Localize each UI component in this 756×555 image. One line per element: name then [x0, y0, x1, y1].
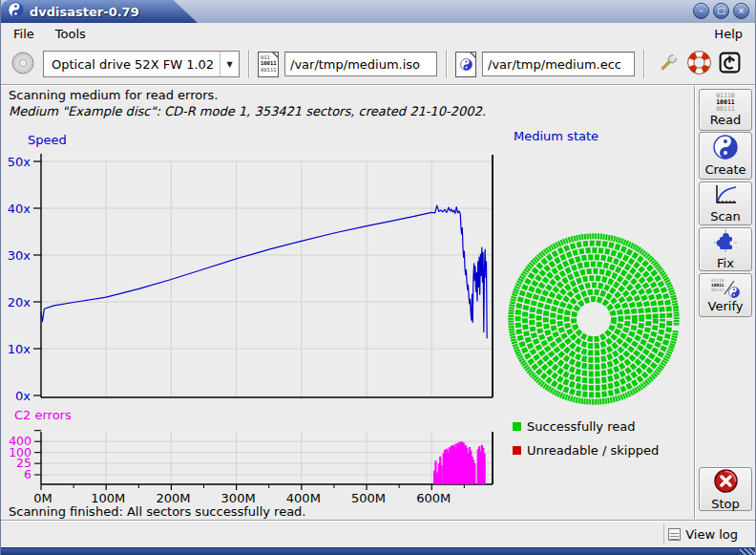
drive-info-button[interactable]	[9, 50, 37, 78]
ecc-file-icon	[455, 52, 476, 77]
disc-sector-map	[507, 232, 681, 406]
action-panel: 01110 10011 00111 Read Create Scan Fix 0…	[694, 86, 755, 519]
drive-selector[interactable]: Optical drive 52X FW 1.02 ▼	[43, 51, 240, 77]
resize-grip[interactable]	[740, 548, 755, 555]
menu-tools[interactable]: Tools	[53, 26, 88, 42]
maximize-button[interactable]: □	[713, 3, 729, 19]
speed-and-c2-charts: SpeedC2 errors0x10x20x30x40x50x625100400…	[1, 129, 507, 515]
legend-green-swatch	[513, 422, 521, 431]
svg-text:400M: 400M	[286, 491, 321, 505]
drive-selector-value: Optical drive 52X FW 1.02	[44, 57, 220, 72]
scan-button-label: Scan	[710, 209, 741, 224]
read-button[interactable]: 01110 10011 00111 Read	[699, 89, 752, 131]
lifebuoy-icon	[687, 51, 711, 77]
svg-text:20x: 20x	[8, 295, 32, 310]
create-button[interactable]: Create	[699, 132, 752, 180]
fix-button[interactable]: Fix	[699, 227, 752, 271]
iso-icon-line: 10011	[261, 60, 277, 67]
legend-item-unreadable: Unreadable / skipped	[513, 441, 659, 459]
app-window: dvdisaster-0.79 – □ × File Tools Help Op…	[0, 0, 756, 555]
view-log-label: View log	[685, 527, 738, 542]
fix-button-label: Fix	[717, 256, 734, 270]
read-button-label: Read	[710, 113, 742, 127]
help-button[interactable]	[685, 51, 712, 77]
svg-text:500M: 500M	[351, 491, 386, 505]
iso-path-input[interactable]: /var/tmp/medium.iso	[284, 52, 437, 76]
scan-result-text: Scanning finished: All sectors successfu…	[9, 504, 306, 519]
menu-file[interactable]: File	[11, 26, 36, 42]
window-title: dvdisaster-0.79	[30, 5, 139, 19]
svg-text:30x: 30x	[8, 248, 32, 263]
status-line-1: Scanning medium for read errors.	[9, 88, 218, 102]
verify-compare-icon: 01110 10011 00111	[711, 278, 740, 299]
medium-state-title: Medium state	[514, 129, 598, 143]
puzzle-piece-icon	[713, 228, 738, 256]
power-icon	[718, 51, 742, 77]
svg-text:300M: 300M	[221, 491, 256, 505]
svg-text:10x: 10x	[8, 342, 32, 356]
titlebar-tab-tail	[165, 0, 198, 23]
medium-state-panel: Medium state Successfully read Unreadabl…	[507, 129, 694, 519]
quit-button[interactable]	[716, 51, 743, 77]
menu-help[interactable]: Help	[712, 26, 745, 42]
iso-icon-line: 00111	[261, 67, 277, 74]
menubar: File Tools Help	[2, 23, 754, 44]
window-bottom-edge	[1, 547, 755, 555]
titlebar[interactable]: dvdisaster-0.79 – □ ×	[1, 0, 755, 23]
stop-button[interactable]: Stop	[699, 467, 752, 511]
verify-button-label: Verify	[708, 299, 744, 313]
ecc-path-input[interactable]: /var/tmp/medium.ecc	[482, 52, 635, 76]
app-logo-yinyang-icon	[8, 2, 24, 21]
toolbar-separator	[446, 50, 447, 78]
scan-button[interactable]: Scan	[699, 181, 752, 225]
cd-disc-icon	[10, 51, 35, 78]
legend-label: Unreadable / skipped	[527, 443, 659, 458]
chevron-down-icon[interactable]: ▼	[220, 52, 239, 76]
svg-text:600M: 600M	[416, 491, 451, 505]
verify-button[interactable]: 01110 10011 00111 Verify	[699, 273, 752, 317]
iso-file-icon: 011 10011 00111	[258, 52, 279, 77]
legend-label: Successfully read	[527, 419, 635, 434]
mini-chart-icon	[713, 183, 738, 209]
c2-chart-title: C2 errors	[14, 408, 72, 422]
minimize-button[interactable]: –	[693, 3, 709, 19]
status-line-2: Medium "Example disc": CD-R mode 1, 3534…	[9, 104, 486, 118]
toolbar: Optical drive 52X FW 1.02 ▼ 011 10011 00…	[1, 44, 755, 85]
create-button-label: Create	[704, 162, 746, 177]
stop-button-label: Stop	[711, 497, 740, 511]
legend: Successfully read Unreadable / skipped	[513, 417, 659, 465]
legend-red-swatch	[513, 446, 521, 455]
footer-bar: View log	[1, 520, 755, 547]
legend-item-success: Successfully read	[513, 417, 659, 435]
preferences-button[interactable]	[655, 51, 682, 77]
speed-chart-title: Speed	[28, 133, 67, 147]
log-list-icon	[668, 528, 681, 541]
view-log-button[interactable]: View log	[663, 523, 742, 544]
close-button[interactable]: ×	[733, 3, 749, 19]
toolbar-separator	[248, 50, 249, 78]
yin-yang-icon	[713, 135, 738, 162]
toolbar-separator	[643, 50, 644, 78]
svg-text:0x: 0x	[15, 389, 31, 403]
svg-text:0M: 0M	[33, 491, 52, 505]
main-content: SpeedC2 errors0x10x20x30x40x50x625100400…	[1, 129, 694, 519]
svg-text:40x: 40x	[8, 202, 32, 216]
svg-text:400: 400	[9, 434, 32, 448]
yin-yang-icon	[460, 58, 472, 74]
svg-text:50x: 50x	[8, 155, 32, 169]
wrench-icon	[657, 52, 680, 77]
titlebar-tab: dvdisaster-0.79	[1, 0, 165, 23]
svg-text:200M: 200M	[156, 491, 190, 505]
svg-text:100M: 100M	[91, 491, 125, 505]
stop-x-icon	[713, 468, 739, 497]
status-area: Scanning medium for read errors. Medium …	[1, 86, 694, 129]
binary-sectors-icon: 01110 10011 00111	[716, 93, 735, 113]
